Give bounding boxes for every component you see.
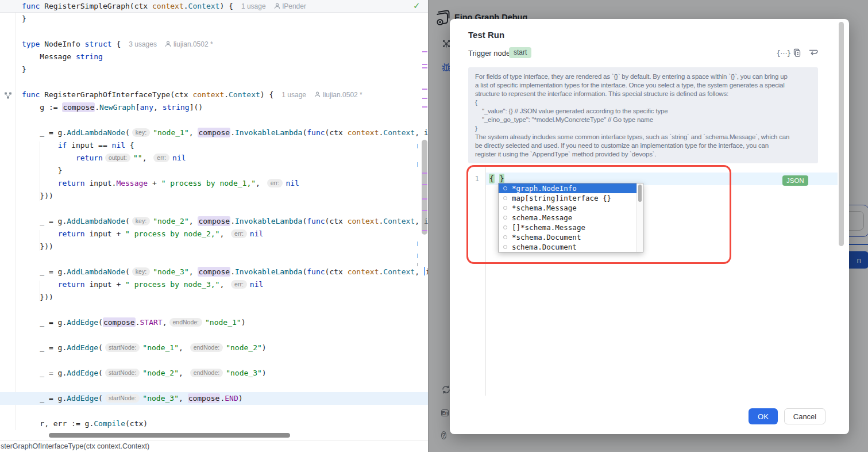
- ok-button[interactable]: OK: [749, 408, 778, 424]
- type-bullet-icon: [503, 245, 507, 249]
- code-line[interactable]: _ = g.AddEdge(startNode:"node_1", endNod…: [0, 342, 428, 354]
- code-line[interactable]: [0, 202, 428, 215]
- dropdown-item[interactable]: *schema.Document: [499, 232, 643, 242]
- code-line[interactable]: func RegisterGraphOfInterfaceType(ctx co…: [0, 89, 428, 101]
- code-token: .: [184, 2, 188, 10]
- code-token: ,: [142, 154, 152, 162]
- code-token: _ = g.: [22, 369, 67, 377]
- code-line[interactable]: [0, 253, 428, 266]
- editor-horizontal-scrollbar[interactable]: [49, 433, 290, 438]
- inlay-hint: key:: [132, 267, 150, 276]
- code-line[interactable]: [0, 380, 428, 392]
- dropdown-scrollbar-thumb[interactable]: [638, 185, 642, 202]
- code-line[interactable]: return input.Message + " process by node…: [0, 177, 428, 190]
- code-token: return: [58, 229, 85, 238]
- editor-vertical-scrollbar[interactable]: [422, 140, 427, 235]
- word-wrap-icon[interactable]: [808, 48, 818, 58]
- code-line[interactable]: [0, 25, 428, 38]
- code-line[interactable]: func RegisterSimpleGraph(ctx context.Con…: [0, 0, 428, 13]
- code-line[interactable]: }: [0, 13, 428, 25]
- dropdown-item[interactable]: schema.Document: [499, 242, 643, 252]
- code-line[interactable]: _ = g.AddLambdaNode(key:"node_2", compos…: [0, 215, 428, 228]
- code-line[interactable]: [0, 405, 428, 417]
- mini-editor-line-number: 1: [471, 173, 479, 185]
- code-token: {: [125, 141, 134, 150]
- code-token: func: [307, 128, 325, 137]
- type-bullet-icon: [503, 186, 507, 190]
- code-token: NewGraph: [99, 103, 136, 112]
- copy-icon[interactable]: [792, 48, 802, 58]
- code-token: Compile: [94, 419, 125, 428]
- author-hint[interactable]: liujian.0502 *: [314, 91, 362, 99]
- code-line[interactable]: return input + " process by node_3,", er…: [0, 278, 428, 291]
- dropdown-scrollbar[interactable]: [636, 183, 643, 252]
- infobox-line: }: [475, 124, 811, 133]
- code-line[interactable]: _ = g.AddEdge(startNode:"node_3", compos…: [0, 392, 428, 405]
- code-line[interactable]: [0, 76, 428, 89]
- code-token: context: [348, 128, 379, 137]
- code-token: "node_2": [142, 369, 179, 377]
- code-line[interactable]: [0, 304, 428, 316]
- code-line[interactable]: g := compose.NewGraph[any, string](): [0, 101, 428, 114]
- graph-gutter-icon[interactable]: [4, 91, 12, 99]
- code-token: input ==: [67, 141, 111, 150]
- code-line[interactable]: returnoutput:"", err:nil: [0, 152, 428, 164]
- dropdown-item[interactable]: map[string]interface {}: [499, 193, 643, 203]
- author-hint[interactable]: liujian.0502 *: [165, 40, 213, 48]
- code-token: compose: [62, 102, 95, 112]
- code-line[interactable]: _ = g.AddEdge(compose.START,endNode:"nod…: [0, 316, 428, 329]
- code-line[interactable]: r, err := g.Compile(ctx): [0, 417, 428, 430]
- usage-hint[interactable]: 1 usage: [241, 2, 266, 10]
- code-line[interactable]: }: [0, 164, 428, 177]
- code-line[interactable]: }: [0, 63, 428, 76]
- inlay-hint: err:: [231, 280, 247, 289]
- dropdown-item[interactable]: *graph.NodeInfo: [499, 183, 643, 193]
- usage-hint[interactable]: 3 usages: [129, 40, 157, 48]
- code-token: AddEdge: [67, 369, 98, 377]
- code-line[interactable]: [0, 329, 428, 342]
- format-braces-icon[interactable]: {⋯}: [776, 48, 786, 58]
- dropdown-item[interactable]: *schema.Message: [499, 203, 643, 213]
- code-line[interactable]: type NodeInfo struct {3 usagesliujian.05…: [0, 38, 428, 51]
- code-line[interactable]: })): [0, 291, 428, 304]
- dropdown-item[interactable]: schema.Message: [499, 213, 643, 223]
- code-line[interactable]: [0, 114, 428, 127]
- breadcrumb[interactable]: sterGraphOfInterfaceType(ctx context.Con…: [1, 442, 149, 450]
- dropdown-item-label: schema.Message: [512, 213, 572, 222]
- code-token: nil: [250, 229, 263, 238]
- code-line[interactable]: _ = g.AddEdge(startNode:"node_2", endNod…: [0, 367, 428, 380]
- infobox-line: structure to represent the interface inf…: [475, 90, 811, 98]
- code-editor[interactable]: func RegisterSimpleGraph(ctx context.Con…: [0, 0, 428, 452]
- code-line[interactable]: return input + " process by node_2,", er…: [0, 228, 428, 240]
- code-line[interactable]: })): [0, 240, 428, 253]
- dropdown-item[interactable]: []*schema.Message: [499, 223, 643, 232]
- usage-hint[interactable]: 1 usage: [281, 91, 306, 99]
- code-line[interactable]: })): [0, 190, 428, 202]
- code-line[interactable]: if input == nil {: [0, 139, 428, 152]
- code-token: ,: [189, 128, 198, 137]
- code-token: ,: [415, 267, 424, 276]
- code-token: ,: [179, 394, 188, 403]
- mini-editor-gutter-divider: [485, 167, 486, 396]
- code-token: "node_2": [153, 217, 189, 225]
- code-line[interactable]: Message string: [0, 51, 428, 63]
- author-hint[interactable]: lPender: [274, 2, 306, 10]
- code-token: ,: [219, 280, 229, 289]
- code-token: Context: [383, 128, 415, 137]
- code-token: RegisterGraphOfInterfaceType(ctx: [40, 90, 192, 99]
- cancel-button[interactable]: Cancel: [784, 408, 825, 424]
- code-token: any: [140, 103, 153, 112]
- inspection-check-icon[interactable]: ✓: [413, 0, 421, 12]
- dialog-scrollbar[interactable]: [839, 22, 844, 246]
- infobox-line: "_eino_go_type": "*model.MyConcreteType"…: [475, 116, 811, 124]
- code-token: .: [230, 128, 235, 137]
- inlay-hint: endNode:: [169, 318, 203, 327]
- code-line[interactable]: [0, 354, 428, 367]
- code-line[interactable]: _ = g.AddLambdaNode(key:"node_3", compos…: [0, 266, 428, 278]
- code-token: " process by node_1,": [161, 179, 256, 187]
- code-token: [22, 179, 58, 187]
- code-token: ): [262, 369, 267, 377]
- screen: func RegisterSimpleGraph(ctx context.Con…: [0, 0, 868, 452]
- code-line[interactable]: _ = g.AddLambdaNode(key:"node_1", compos…: [0, 127, 428, 139]
- code-token: return: [58, 280, 85, 289]
